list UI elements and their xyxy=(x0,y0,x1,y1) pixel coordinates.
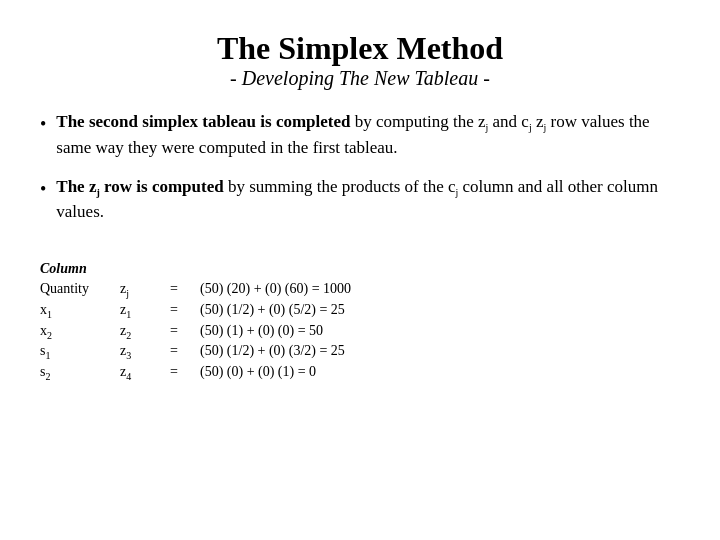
bullet-bold-1: The second simplex tableau is completed xyxy=(56,112,350,131)
bullet-item-2: • The zj row is computed by summing the … xyxy=(40,175,680,226)
row-calc-quantity: (50) (20) + (0) (60) = 1000 xyxy=(200,281,351,297)
bullet-text-1: The second simplex tableau is completed … xyxy=(56,110,680,161)
row-var-s2: z4 xyxy=(120,364,170,382)
row-var-s1: z3 xyxy=(120,343,170,361)
row-eq-quantity: = xyxy=(170,281,200,297)
column-header: Column xyxy=(40,261,680,277)
bullet-dot-1: • xyxy=(40,111,46,137)
bullet-bold-2: The zj row is computed xyxy=(56,177,223,196)
row-label-x2: x2 xyxy=(40,323,120,341)
row-label-s2: s2 xyxy=(40,364,120,382)
bullet-dot-2: • xyxy=(40,176,46,202)
table-row-quantity: Quantity zj = (50) (20) + (0) (60) = 100… xyxy=(40,281,680,299)
row-eq-x1: = xyxy=(170,302,200,318)
row-calc-s1: (50) (1/2) + (0) (3/2) = 25 xyxy=(200,343,345,359)
table-row-x2: x2 z2 = (50) (1) + (0) (0) = 50 xyxy=(40,323,680,341)
bullet-item-1: • The second simplex tableau is complete… xyxy=(40,110,680,161)
subtitle: - Developing The New Tableau - xyxy=(217,67,503,90)
row-label-x1: x1 xyxy=(40,302,120,320)
row-label-quantity: Quantity xyxy=(40,281,120,297)
row-eq-x2: = xyxy=(170,323,200,339)
row-label-s1: s1 xyxy=(40,343,120,361)
table-row-s1: s1 z3 = (50) (1/2) + (0) (3/2) = 25 xyxy=(40,343,680,361)
table-row-x1: x1 z1 = (50) (1/2) + (0) (5/2) = 25 xyxy=(40,302,680,320)
bullet-text-2: The zj row is computed by summing the pr… xyxy=(56,175,680,226)
row-eq-s2: = xyxy=(170,364,200,380)
content-section: • The second simplex tableau is complete… xyxy=(40,110,680,239)
table-section: Column Quantity zj = (50) (20) + (0) (60… xyxy=(40,261,680,385)
title-section: The Simplex Method - Developing The New … xyxy=(217,30,503,90)
main-title: The Simplex Method xyxy=(217,30,503,67)
row-eq-s1: = xyxy=(170,343,200,359)
row-var-x1: z1 xyxy=(120,302,170,320)
row-var-quantity: zj xyxy=(120,281,170,299)
row-calc-x1: (50) (1/2) + (0) (5/2) = 25 xyxy=(200,302,345,318)
row-var-x2: z2 xyxy=(120,323,170,341)
row-calc-x2: (50) (1) + (0) (0) = 50 xyxy=(200,323,323,339)
table-row-s2: s2 z4 = (50) (0) + (0) (1) = 0 xyxy=(40,364,680,382)
row-calc-s2: (50) (0) + (0) (1) = 0 xyxy=(200,364,316,380)
